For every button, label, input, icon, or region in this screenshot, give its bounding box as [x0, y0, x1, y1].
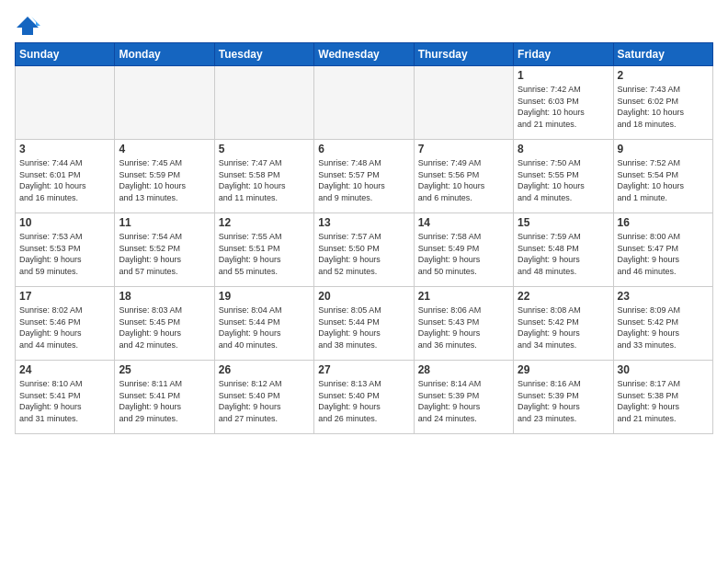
day-number: 14 — [418, 216, 509, 229]
day-number: 13 — [318, 216, 409, 229]
day-info: Sunrise: 8:05 AM Sunset: 5:44 PM Dayligh… — [318, 304, 409, 350]
calendar-cell: 13Sunrise: 7:57 AM Sunset: 5:50 PM Dayli… — [314, 213, 414, 287]
logo-icon — [15, 15, 40, 37]
calendar-week-row: 10Sunrise: 7:53 AM Sunset: 5:53 PM Dayli… — [16, 213, 713, 287]
calendar: SundayMondayTuesdayWednesdayThursdayFrid… — [15, 42, 713, 434]
weekday-header: Sunday — [16, 43, 115, 66]
calendar-cell: 16Sunrise: 8:00 AM Sunset: 5:47 PM Dayli… — [613, 213, 712, 287]
day-number: 9 — [618, 143, 709, 155]
calendar-cell: 4Sunrise: 7:45 AM Sunset: 5:59 PM Daylig… — [115, 140, 214, 213]
day-info: Sunrise: 8:08 AM Sunset: 5:42 PM Dayligh… — [518, 304, 609, 350]
day-info: Sunrise: 7:52 AM Sunset: 5:54 PM Dayligh… — [618, 157, 709, 203]
calendar-cell — [414, 66, 513, 140]
day-number: 28 — [418, 363, 509, 376]
calendar-cell: 19Sunrise: 8:04 AM Sunset: 5:44 PM Dayli… — [214, 287, 313, 361]
day-info: Sunrise: 8:14 AM Sunset: 5:39 PM Dayligh… — [418, 378, 509, 424]
weekday-header: Friday — [514, 43, 613, 66]
calendar-cell: 7Sunrise: 7:49 AM Sunset: 5:56 PM Daylig… — [414, 140, 513, 213]
day-info: Sunrise: 7:44 AM Sunset: 6:01 PM Dayligh… — [19, 157, 110, 203]
day-info: Sunrise: 8:10 AM Sunset: 5:41 PM Dayligh… — [19, 378, 110, 424]
calendar-cell — [115, 66, 214, 140]
day-info: Sunrise: 8:17 AM Sunset: 5:38 PM Dayligh… — [618, 378, 709, 424]
day-number: 21 — [418, 290, 509, 303]
day-number: 5 — [219, 143, 310, 155]
calendar-cell: 21Sunrise: 8:06 AM Sunset: 5:43 PM Dayli… — [414, 287, 513, 361]
page: SundayMondayTuesdayWednesdayThursdayFrid… — [0, 0, 728, 443]
day-number: 16 — [618, 216, 709, 229]
calendar-cell: 22Sunrise: 8:08 AM Sunset: 5:42 PM Dayli… — [514, 287, 613, 361]
day-info: Sunrise: 8:16 AM Sunset: 5:39 PM Dayligh… — [518, 378, 609, 424]
day-number: 27 — [318, 363, 409, 376]
calendar-cell: 30Sunrise: 8:17 AM Sunset: 5:38 PM Dayli… — [613, 361, 712, 434]
weekday-header: Monday — [115, 43, 214, 66]
day-info: Sunrise: 7:58 AM Sunset: 5:49 PM Dayligh… — [418, 231, 509, 277]
day-number: 15 — [518, 216, 609, 229]
calendar-cell: 14Sunrise: 7:58 AM Sunset: 5:49 PM Dayli… — [414, 213, 513, 287]
logo — [15, 15, 44, 37]
day-info: Sunrise: 7:54 AM Sunset: 5:52 PM Dayligh… — [119, 231, 210, 277]
calendar-week-row: 1Sunrise: 7:42 AM Sunset: 6:03 PM Daylig… — [16, 66, 713, 140]
day-number: 3 — [19, 143, 110, 155]
weekday-header: Thursday — [414, 43, 513, 66]
header — [15, 15, 713, 37]
weekday-header: Saturday — [613, 43, 712, 66]
day-info: Sunrise: 7:47 AM Sunset: 5:58 PM Dayligh… — [219, 157, 310, 203]
calendar-cell: 29Sunrise: 8:16 AM Sunset: 5:39 PM Dayli… — [514, 361, 613, 434]
calendar-cell: 20Sunrise: 8:05 AM Sunset: 5:44 PM Dayli… — [314, 287, 414, 361]
day-info: Sunrise: 7:50 AM Sunset: 5:55 PM Dayligh… — [518, 157, 609, 203]
calendar-cell: 11Sunrise: 7:54 AM Sunset: 5:52 PM Dayli… — [115, 213, 214, 287]
calendar-week-row: 3Sunrise: 7:44 AM Sunset: 6:01 PM Daylig… — [16, 140, 713, 213]
day-number: 22 — [518, 290, 609, 303]
day-number: 12 — [219, 216, 310, 229]
day-info: Sunrise: 7:55 AM Sunset: 5:51 PM Dayligh… — [219, 231, 310, 277]
day-number: 4 — [119, 143, 210, 155]
calendar-week-row: 17Sunrise: 8:02 AM Sunset: 5:46 PM Dayli… — [16, 287, 713, 361]
calendar-cell: 25Sunrise: 8:11 AM Sunset: 5:41 PM Dayli… — [115, 361, 214, 434]
calendar-cell: 26Sunrise: 8:12 AM Sunset: 5:40 PM Dayli… — [214, 361, 313, 434]
calendar-cell: 27Sunrise: 8:13 AM Sunset: 5:40 PM Dayli… — [314, 361, 414, 434]
calendar-cell: 23Sunrise: 8:09 AM Sunset: 5:42 PM Dayli… — [613, 287, 712, 361]
day-number: 19 — [219, 290, 310, 303]
calendar-cell — [314, 66, 414, 140]
day-number: 18 — [119, 290, 210, 303]
day-info: Sunrise: 8:11 AM Sunset: 5:41 PM Dayligh… — [119, 378, 210, 424]
day-info: Sunrise: 7:43 AM Sunset: 6:02 PM Dayligh… — [618, 84, 709, 130]
calendar-cell: 17Sunrise: 8:02 AM Sunset: 5:46 PM Dayli… — [16, 287, 115, 361]
day-info: Sunrise: 8:13 AM Sunset: 5:40 PM Dayligh… — [318, 378, 409, 424]
weekday-header: Tuesday — [214, 43, 313, 66]
day-info: Sunrise: 7:53 AM Sunset: 5:53 PM Dayligh… — [19, 231, 110, 277]
calendar-cell: 24Sunrise: 8:10 AM Sunset: 5:41 PM Dayli… — [16, 361, 115, 434]
calendar-cell: 6Sunrise: 7:48 AM Sunset: 5:57 PM Daylig… — [314, 140, 414, 213]
day-info: Sunrise: 8:02 AM Sunset: 5:46 PM Dayligh… — [19, 304, 110, 350]
calendar-cell: 18Sunrise: 8:03 AM Sunset: 5:45 PM Dayli… — [115, 287, 214, 361]
calendar-cell: 2Sunrise: 7:43 AM Sunset: 6:02 PM Daylig… — [613, 66, 712, 140]
calendar-cell: 3Sunrise: 7:44 AM Sunset: 6:01 PM Daylig… — [16, 140, 115, 213]
day-info: Sunrise: 8:06 AM Sunset: 5:43 PM Dayligh… — [418, 304, 509, 350]
weekday-header: Wednesday — [314, 43, 414, 66]
calendar-cell — [16, 66, 115, 140]
calendar-week-row: 24Sunrise: 8:10 AM Sunset: 5:41 PM Dayli… — [16, 361, 713, 434]
day-number: 10 — [19, 216, 110, 229]
calendar-cell: 10Sunrise: 7:53 AM Sunset: 5:53 PM Dayli… — [16, 213, 115, 287]
day-number: 11 — [119, 216, 210, 229]
day-info: Sunrise: 8:00 AM Sunset: 5:47 PM Dayligh… — [618, 231, 709, 277]
calendar-cell: 15Sunrise: 7:59 AM Sunset: 5:48 PM Dayli… — [514, 213, 613, 287]
day-info: Sunrise: 7:48 AM Sunset: 5:57 PM Dayligh… — [318, 157, 409, 203]
calendar-cell — [214, 66, 313, 140]
day-info: Sunrise: 8:12 AM Sunset: 5:40 PM Dayligh… — [219, 378, 310, 424]
svg-marker-0 — [17, 17, 39, 35]
day-info: Sunrise: 7:57 AM Sunset: 5:50 PM Dayligh… — [318, 231, 409, 277]
calendar-cell: 9Sunrise: 7:52 AM Sunset: 5:54 PM Daylig… — [613, 140, 712, 213]
weekday-header-row: SundayMondayTuesdayWednesdayThursdayFrid… — [16, 43, 713, 66]
day-number: 30 — [618, 363, 709, 376]
day-number: 25 — [119, 363, 210, 376]
day-number: 26 — [219, 363, 310, 376]
day-number: 23 — [618, 290, 709, 303]
calendar-cell: 12Sunrise: 7:55 AM Sunset: 5:51 PM Dayli… — [214, 213, 313, 287]
calendar-cell: 5Sunrise: 7:47 AM Sunset: 5:58 PM Daylig… — [214, 140, 313, 213]
day-info: Sunrise: 7:45 AM Sunset: 5:59 PM Dayligh… — [119, 157, 210, 203]
day-number: 1 — [518, 69, 609, 82]
day-number: 6 — [318, 143, 409, 155]
day-number: 8 — [518, 143, 609, 155]
day-number: 17 — [19, 290, 110, 303]
